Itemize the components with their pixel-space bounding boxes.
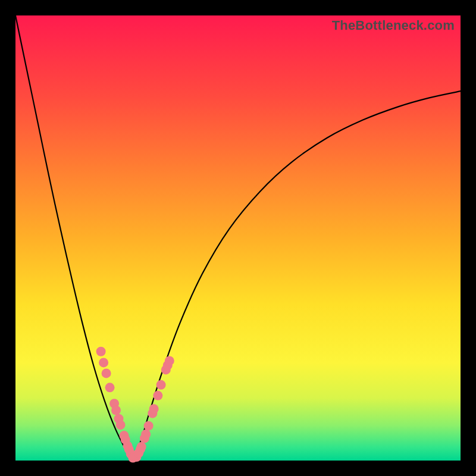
left-branch-curve bbox=[15, 15, 131, 461]
marker-dot bbox=[141, 430, 151, 439]
marker-group bbox=[96, 347, 174, 463]
chart-plot-area: TheBottleneck.com bbox=[15, 15, 461, 461]
marker-dot bbox=[105, 383, 115, 392]
chart-svg bbox=[15, 15, 461, 461]
marker-dot bbox=[111, 405, 121, 415]
marker-dot bbox=[144, 421, 154, 431]
marker-dot bbox=[102, 368, 111, 378]
marker-dot bbox=[99, 358, 108, 367]
right-branch-curve bbox=[131, 91, 461, 461]
marker-dot bbox=[165, 356, 174, 365]
marker-dot bbox=[149, 404, 159, 414]
marker-dot bbox=[116, 420, 126, 430]
marker-dot bbox=[153, 391, 162, 400]
marker-dot bbox=[96, 347, 106, 356]
marker-dot bbox=[137, 442, 146, 452]
marker-dot bbox=[156, 380, 166, 390]
chart-frame: TheBottleneck.com bbox=[0, 0, 476, 476]
